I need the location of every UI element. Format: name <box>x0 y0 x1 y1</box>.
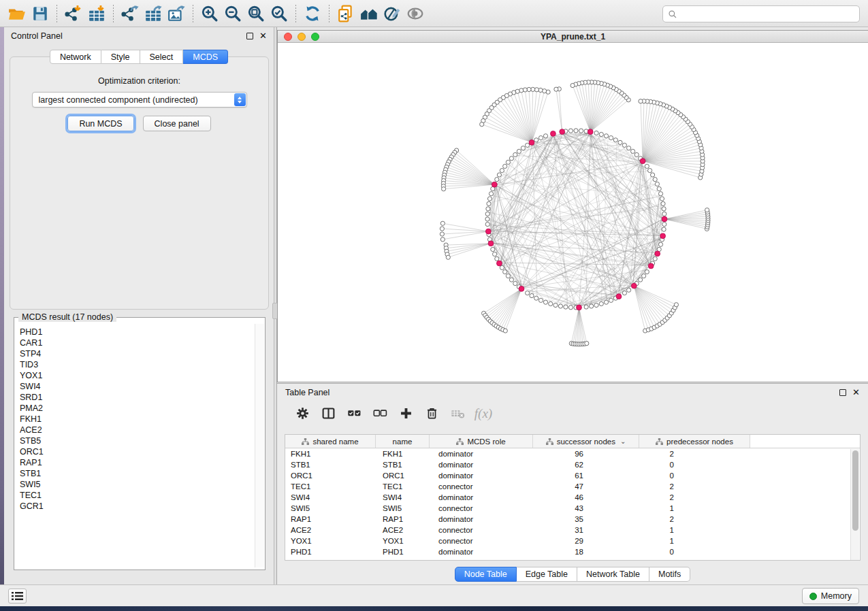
mcds-result-item[interactable]: TEC1 <box>20 490 255 501</box>
ring-node[interactable] <box>495 257 499 261</box>
select-stepper-icon[interactable] <box>234 93 246 106</box>
ring-node[interactable] <box>604 134 608 138</box>
ring-node[interactable] <box>509 156 513 161</box>
ring-node[interactable] <box>645 164 649 168</box>
column-header-name[interactable]: name <box>376 435 430 448</box>
leaf-node[interactable] <box>674 303 678 307</box>
ring-node[interactable] <box>604 300 608 304</box>
ring-node[interactable] <box>642 274 646 278</box>
split-panel-button[interactable] <box>315 403 341 424</box>
ring-node[interactable] <box>543 300 547 304</box>
search-box[interactable] <box>662 5 860 22</box>
ring-node[interactable] <box>662 227 666 231</box>
clone-network-button[interactable] <box>334 2 357 25</box>
run-mcds-button[interactable]: Run MCDS <box>67 116 133 131</box>
network-window-titlebar[interactable]: YPA_prune.txt_1 <box>278 31 868 43</box>
ring-node[interactable] <box>574 129 578 133</box>
export-image-button[interactable] <box>165 2 188 25</box>
tab-network-table[interactable]: Network Table <box>577 567 649 582</box>
mcds-result-item[interactable]: YOX1 <box>20 370 255 381</box>
ring-node[interactable] <box>613 138 617 142</box>
select-all-rows-button[interactable] <box>341 403 367 424</box>
ring-node[interactable] <box>487 201 491 205</box>
ring-node[interactable] <box>645 270 649 274</box>
search-input[interactable] <box>677 7 859 21</box>
mcds-result-item[interactable]: SRD1 <box>20 392 255 403</box>
ring-node[interactable] <box>662 207 666 211</box>
mcds-result-item[interactable]: SWI5 <box>20 479 255 490</box>
ring-node[interactable] <box>648 169 652 173</box>
table-row-ORC1[interactable]: ORC1ORC1dominator610 <box>285 470 860 481</box>
ring-node[interactable] <box>517 149 521 153</box>
mcds-result-item[interactable]: TID3 <box>20 359 255 370</box>
tab-node-table[interactable]: Node Table <box>455 567 517 582</box>
ring-node[interactable] <box>485 217 489 221</box>
mcds-node[interactable] <box>648 263 654 269</box>
session-home-button[interactable] <box>357 2 381 25</box>
ring-node[interactable] <box>660 197 664 201</box>
ring-node[interactable] <box>594 303 598 307</box>
ring-node[interactable] <box>530 294 534 298</box>
mcds-node[interactable] <box>560 129 565 135</box>
leaf-node[interactable] <box>503 329 507 333</box>
mcds-result-item[interactable]: GCR1 <box>20 501 255 512</box>
tab-motifs[interactable]: Motifs <box>649 567 690 582</box>
mcds-node[interactable] <box>660 233 666 239</box>
network-canvas[interactable] <box>278 43 867 382</box>
leaf-node[interactable] <box>440 221 445 225</box>
leaf-node[interactable] <box>705 208 709 212</box>
tab-mcds[interactable]: MCDS <box>183 50 228 64</box>
column-header-shared-name[interactable]: shared name <box>285 435 376 448</box>
leaf-node[interactable] <box>527 87 531 91</box>
close-table-panel-icon[interactable]: ✕ <box>852 389 860 396</box>
mcds-node[interactable] <box>577 305 582 310</box>
table-scrollbar[interactable] <box>850 449 859 560</box>
mcds-result-item[interactable]: SWI4 <box>20 381 255 392</box>
network-graph[interactable] <box>278 43 867 382</box>
ring-node[interactable] <box>539 136 543 140</box>
mcds-result-item[interactable]: CAR1 <box>20 337 255 348</box>
mcds-node[interactable] <box>519 286 524 292</box>
mcds-node[interactable] <box>662 216 667 222</box>
table-row-TEC1[interactable]: TEC1TEC1connector472 <box>285 481 860 492</box>
leaf-node[interactable] <box>440 232 444 236</box>
ring-node[interactable] <box>662 222 666 227</box>
leaf-node[interactable] <box>440 227 444 231</box>
ring-node[interactable] <box>631 149 635 153</box>
ring-node[interactable] <box>599 132 603 136</box>
mcds-node[interactable] <box>551 131 556 137</box>
ring-node[interactable] <box>521 146 525 150</box>
close-panel-icon[interactable]: ✕ <box>259 33 267 39</box>
mcds-result-item[interactable]: ORC1 <box>20 446 255 457</box>
ring-node[interactable] <box>609 298 613 302</box>
ring-node[interactable] <box>495 178 499 182</box>
float-table-panel-icon[interactable] <box>839 389 846 396</box>
ring-node[interactable] <box>657 186 661 191</box>
ring-node[interactable] <box>534 138 539 142</box>
ring-node[interactable] <box>500 265 504 269</box>
ring-node[interactable] <box>543 134 547 138</box>
create-column-button[interactable] <box>393 403 419 424</box>
ring-node[interactable] <box>489 192 493 196</box>
ring-node[interactable] <box>558 304 562 308</box>
tab-select[interactable]: Select <box>140 50 184 64</box>
export-network-button[interactable] <box>118 2 142 25</box>
leaf-node[interactable] <box>440 237 445 242</box>
ring-node[interactable] <box>539 298 543 302</box>
column-header-MCDS-role[interactable]: MCDS role <box>430 435 533 448</box>
tab-style[interactable]: Style <box>101 50 140 64</box>
ring-node[interactable] <box>485 212 489 216</box>
mcds-node[interactable] <box>497 261 502 266</box>
show-panels-button[interactable] <box>8 589 27 604</box>
ring-node[interactable] <box>564 305 568 309</box>
ring-node[interactable] <box>627 288 631 292</box>
deselect-all-rows-button[interactable] <box>367 403 393 424</box>
ring-node[interactable] <box>622 291 626 295</box>
ring-node[interactable] <box>653 257 657 261</box>
ring-node[interactable] <box>526 291 530 295</box>
table-row-PHD1[interactable]: PHD1PHD1dominator180 <box>285 546 860 557</box>
table-row-SWI5[interactable]: SWI5SWI5connector431 <box>285 503 860 514</box>
mcds-node[interactable] <box>488 241 494 246</box>
zoom-fit-button[interactable] <box>244 2 268 25</box>
ring-node[interactable] <box>497 173 501 177</box>
